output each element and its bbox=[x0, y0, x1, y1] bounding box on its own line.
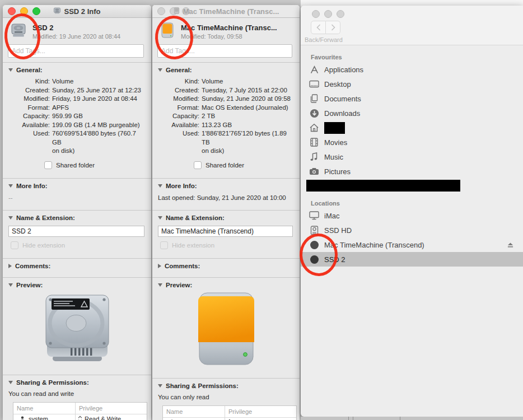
disclosure-triangle-icon[interactable] bbox=[158, 264, 161, 268]
sidebar-item-music[interactable]: Music bbox=[301, 150, 523, 164]
name-extension-input[interactable] bbox=[158, 226, 293, 237]
back-button[interactable] bbox=[311, 21, 326, 34]
shared-folder-checkbox[interactable] bbox=[194, 161, 202, 169]
sidebar-item-downloads[interactable]: Downloads bbox=[301, 106, 523, 120]
minimize-button[interactable] bbox=[324, 10, 332, 18]
sidebar-item-label: SSD HD bbox=[324, 226, 352, 235]
info-value: 113.23 GB bbox=[202, 121, 294, 130]
home-icon bbox=[309, 123, 320, 132]
info-value: APFS bbox=[52, 104, 146, 113]
sidebar-item-ssd-hd[interactable]: SSD HD bbox=[301, 223, 523, 237]
sidebar-section-favourites: Favourites bbox=[311, 54, 523, 60]
info-label: Available: bbox=[158, 121, 199, 130]
downloads-icon bbox=[309, 109, 320, 118]
section-name-extension: Name & Extension: Hide extension bbox=[152, 210, 300, 254]
add-tags-input[interactable] bbox=[157, 44, 292, 58]
eject-icon[interactable] bbox=[507, 241, 514, 250]
preview-image-internal-drive bbox=[8, 288, 146, 367]
chevron-left-icon bbox=[316, 24, 321, 31]
forward-button[interactable] bbox=[326, 21, 340, 34]
shared-folder-checkbox[interactable] bbox=[44, 161, 52, 169]
info-value: 959.99 GB bbox=[52, 112, 146, 121]
disclosure-triangle-icon[interactable] bbox=[8, 264, 12, 268]
hide-extension-checkbox bbox=[160, 241, 168, 249]
back-forward-label: Back/Forward bbox=[305, 36, 343, 43]
sidebar-item-timemachine[interactable]: Mac TimeMachine (Transcend) bbox=[301, 237, 523, 252]
info-label: Kind: bbox=[158, 77, 199, 86]
section-comments: Comments: bbox=[3, 258, 151, 273]
section-heading: Comments: bbox=[165, 263, 200, 269]
disclosure-triangle-icon[interactable] bbox=[8, 283, 13, 287]
info-value: Volume bbox=[202, 77, 294, 86]
music-icon bbox=[309, 152, 320, 161]
sharing-summary: You can only read bbox=[158, 394, 294, 400]
disclosure-triangle-icon[interactable] bbox=[8, 381, 13, 384]
section-heading: More Info: bbox=[166, 183, 197, 189]
disclosure-triangle-icon[interactable] bbox=[8, 68, 13, 72]
sidebar-item-label: Movies bbox=[324, 138, 347, 147]
section-heading: Comments: bbox=[15, 263, 50, 269]
movies-icon bbox=[309, 138, 320, 147]
sidebar-item-documents[interactable]: Documents bbox=[301, 91, 523, 106]
disclosure-triangle-icon[interactable] bbox=[158, 68, 162, 72]
disclosure-triangle-icon[interactable] bbox=[158, 384, 162, 388]
zoom-button[interactable] bbox=[337, 10, 344, 18]
titlebar-ssd2[interactable]: SSD 2 Info bbox=[3, 5, 151, 18]
finder-sidebar: Favourites Applications Desktop Document… bbox=[301, 45, 523, 267]
info-window-ssd2: SSD 2 Info SSD 2 Modified: 19 June 2020 … bbox=[3, 5, 151, 420]
sidebar-item-movies[interactable]: Movies bbox=[301, 135, 523, 150]
add-tags-input[interactable] bbox=[8, 44, 144, 58]
chevron-right-icon bbox=[331, 24, 335, 31]
pictures-icon bbox=[309, 167, 320, 175]
close-button[interactable] bbox=[312, 10, 320, 18]
disclosure-triangle-icon[interactable] bbox=[158, 184, 162, 188]
section-general: General: Kind:Volume Created:Sunday, 25 … bbox=[3, 62, 151, 174]
info-label: Created: bbox=[158, 86, 199, 95]
sidebar-item-label: Desktop bbox=[324, 80, 351, 88]
disclosure-triangle-icon[interactable] bbox=[158, 283, 162, 287]
finder-window: Back/Forward Favourites Applications Des… bbox=[301, 6, 523, 417]
permission-user: system bbox=[29, 416, 48, 420]
section-preview: Preview: bbox=[152, 277, 300, 374]
disclosure-triangle-icon[interactable] bbox=[158, 216, 162, 220]
hide-extension-checkbox bbox=[11, 241, 18, 249]
imac-icon bbox=[309, 211, 320, 220]
sidebar-item-imac[interactable]: iMac bbox=[301, 208, 523, 223]
sidebar-item-pictures[interactable]: Pictures bbox=[301, 164, 523, 179]
disclosure-triangle-icon[interactable] bbox=[8, 184, 13, 188]
disclosure-triangle-icon[interactable] bbox=[8, 216, 13, 220]
name-extension-input[interactable] bbox=[8, 226, 144, 237]
sidebar-item-applications[interactable]: Applications bbox=[301, 62, 523, 77]
stepper-icon bbox=[78, 416, 82, 420]
background-window-edge bbox=[301, 417, 523, 420]
info-value: 760'699'514'880 bytes (760.7 GB on disk) bbox=[52, 129, 146, 156]
volume-name: Mac TimeMachine (Transc... bbox=[181, 24, 277, 32]
section-heading: Name & Extension: bbox=[16, 214, 75, 221]
sidebar-item-label: Pictures bbox=[324, 167, 351, 176]
finder-toolbar[interactable]: Back/Forward bbox=[301, 6, 523, 45]
sidebar-item-ssd2[interactable]: SSD 2 bbox=[301, 252, 523, 267]
section-more-info: More Info: Last opened: Sunday, 21 June … bbox=[152, 178, 300, 206]
info-label: Format: bbox=[8, 104, 50, 113]
permission-row[interactable]: system Read & Write bbox=[163, 418, 296, 420]
titlebar-timemachine[interactable]: Mac TimeMachine (Transc... bbox=[152, 5, 300, 18]
section-heading: General: bbox=[166, 67, 192, 73]
sidebar-item-label: Mac TimeMachine (Transcend) bbox=[324, 241, 424, 249]
info-label: Used: bbox=[8, 129, 50, 156]
redaction-bar bbox=[306, 180, 460, 192]
permission-privilege[interactable]: Read & Write bbox=[85, 416, 121, 420]
sidebar-section-locations: Locations bbox=[311, 200, 523, 207]
sidebar-item-redacted[interactable] bbox=[301, 179, 523, 193]
redaction-box bbox=[324, 122, 345, 134]
section-preview: Preview: bbox=[3, 277, 151, 371]
sidebar-item-desktop[interactable]: Desktop bbox=[301, 77, 523, 91]
info-value: Friday, 19 June 2020 at 08:44 bbox=[52, 95, 146, 104]
sidebar-item-label: SSD 2 bbox=[324, 255, 345, 264]
permission-row[interactable]: system Read & Write bbox=[13, 414, 147, 420]
user-icon bbox=[18, 416, 26, 420]
info-value: Tuesday, 7 July 2015 at 22:00 bbox=[202, 86, 294, 95]
sidebar-item-home-redacted[interactable] bbox=[301, 120, 523, 135]
sidebar-item-label: Music bbox=[324, 153, 343, 161]
info-value: Sunday, 25 June 2017 at 12:23 bbox=[52, 86, 146, 95]
section-more-info: More Info: -- bbox=[3, 178, 151, 206]
